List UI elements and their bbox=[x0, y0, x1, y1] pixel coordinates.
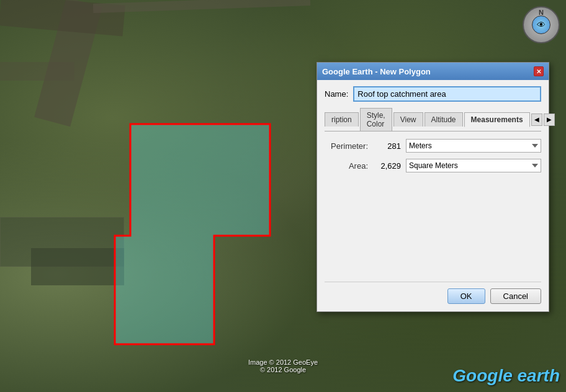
dialog-close-button[interactable]: ✕ bbox=[534, 66, 544, 76]
dialog-content: Name: ription Style, Color View Altitude… bbox=[317, 80, 549, 311]
compass-eye-control[interactable] bbox=[532, 16, 550, 34]
tab-navigation: ◀ ▶ bbox=[531, 114, 555, 126]
perimeter-row: Perimeter: 281 Meters Feet Kilometers Mi… bbox=[325, 139, 541, 153]
cancel-button[interactable]: Cancel bbox=[490, 288, 541, 304]
compass-north-label: N bbox=[539, 9, 544, 16]
tab-style-color[interactable]: Style, Color bbox=[360, 108, 392, 131]
tab-view[interactable]: View bbox=[393, 112, 423, 127]
tabs-row: ription Style, Color View Altitude Measu… bbox=[325, 108, 541, 131]
perimeter-value: 281 bbox=[373, 141, 401, 151]
tab-altitude[interactable]: Altitude bbox=[424, 112, 463, 127]
area-value: 2,629 bbox=[373, 161, 401, 171]
measurements-content: Perimeter: 281 Meters Feet Kilometers Mi… bbox=[325, 139, 541, 275]
tab-next-button[interactable]: ▶ bbox=[544, 114, 555, 126]
dialog-buttons: OK Cancel bbox=[325, 282, 541, 304]
ok-button[interactable]: OK bbox=[447, 288, 485, 304]
area-label: Area: bbox=[325, 161, 368, 171]
dialog-title: Google Earth - New Polygon bbox=[322, 67, 431, 76]
perimeter-unit-select[interactable]: Meters Feet Kilometers Miles bbox=[406, 139, 541, 153]
google-earth-watermark: Google earth bbox=[452, 366, 560, 386]
tab-description[interactable]: ription bbox=[325, 112, 359, 127]
name-input[interactable] bbox=[353, 86, 541, 102]
dialog-titlebar[interactable]: Google Earth - New Polygon ✕ bbox=[317, 63, 549, 80]
perimeter-label: Perimeter: bbox=[325, 141, 368, 151]
name-row: Name: bbox=[325, 86, 541, 102]
tab-measurements[interactable]: Measurements bbox=[464, 112, 530, 127]
name-label: Name: bbox=[325, 89, 348, 99]
tab-prev-button[interactable]: ◀ bbox=[531, 114, 542, 126]
area-row: Area: 2,629 Square Meters Square Feet Sq… bbox=[325, 159, 541, 172]
copyright-text: Image © 2012 GeoEye © 2012 Google bbox=[248, 359, 318, 373]
compass[interactable]: N bbox=[523, 6, 560, 43]
new-polygon-dialog: Google Earth - New Polygon ✕ Name: ripti… bbox=[317, 62, 549, 312]
area-unit-select[interactable]: Square Meters Square Feet Square Kilomet… bbox=[406, 159, 541, 172]
